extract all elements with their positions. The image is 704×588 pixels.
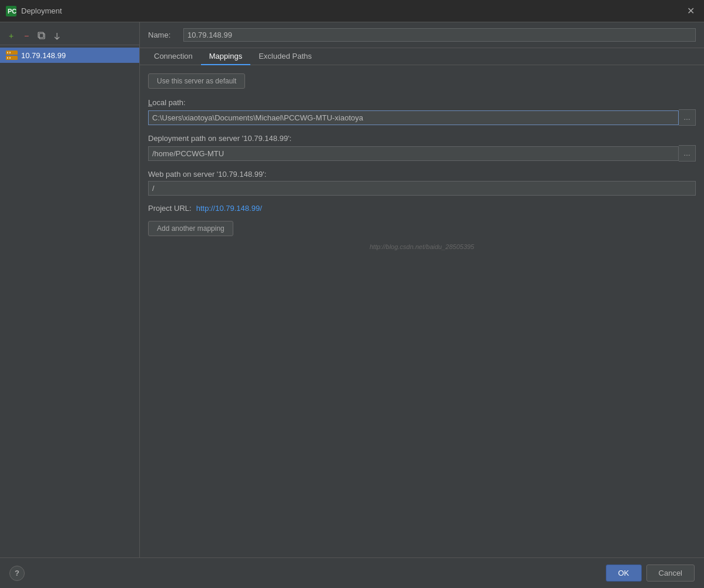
local-path-label-text: Local path: [148,98,186,107]
window-title: Deployment [21,6,683,15]
deployment-path-row: … [148,145,696,162]
app-icon: PC [6,6,16,16]
move-icon [53,32,61,40]
project-url-link[interactable]: http://10.79.148.99/ [196,204,262,213]
use-default-button[interactable]: Use this server as default [148,73,245,89]
local-path-row: … [148,109,696,126]
web-path-input[interactable] [148,181,696,196]
titlebar: PC Deployment ✕ [0,0,704,22]
server-name-label: 10.79.148.99 [21,51,66,60]
svg-rect-6 [9,52,11,53]
move-server-button[interactable] [51,29,63,42]
remove-server-button[interactable]: − [20,29,33,42]
cancel-button[interactable]: Cancel [646,565,695,582]
content-area: Name: Connection Mappings Excluded Paths… [140,22,704,557]
sidebar-toolbar: + − [0,27,139,45]
deployment-path-browse-button[interactable]: … [679,145,696,162]
main-container: + − 10.79.148 [0,22,704,557]
add-mapping-button[interactable]: Add another mapping [148,221,233,236]
project-url-row: Project URL: http://10.79.148.99/ [148,204,696,213]
svg-rect-5 [7,52,8,53]
svg-rect-9 [9,57,11,59]
tab-connection[interactable]: Connection [146,48,201,65]
svg-rect-2 [39,33,45,39]
local-path-browse-button[interactable]: … [679,109,696,126]
deployment-path-input[interactable] [148,146,679,161]
dialog-buttons: OK Cancel [606,565,695,582]
web-path-group: Web path on server '10.79.148.99': [148,170,696,196]
local-path-input[interactable] [148,110,679,125]
close-button[interactable]: ✕ [683,4,698,18]
tabs-bar: Connection Mappings Excluded Paths [140,48,704,65]
local-path-group: Local path: … [148,98,696,126]
name-row: Name: [140,22,704,48]
tab-content-mappings: Use this server as default Local path: …… [140,65,704,557]
watermark-text: http://blog.csdn.net/baidu_28505395 [148,243,696,250]
bottom-bar: ? OK Cancel [0,557,704,588]
tab-mappings[interactable]: Mappings [201,48,250,65]
sidebar: + − 10.79.148 [0,22,140,557]
deployment-path-label: Deployment path on server '10.79.148.99'… [148,134,696,143]
sidebar-item-server[interactable]: 10.79.148.99 [0,48,139,63]
project-url-label: Project URL: [148,204,192,213]
web-path-row [148,181,696,196]
copy-icon [38,32,46,40]
svg-rect-8 [7,57,8,59]
svg-rect-3 [38,32,43,38]
deployment-path-group: Deployment path on server '10.79.148.99'… [148,134,696,162]
name-label: Name: [148,31,177,39]
server-icon [6,51,18,60]
tab-excluded-paths[interactable]: Excluded Paths [250,48,320,65]
svg-text:PC: PC [8,8,16,15]
add-server-button[interactable]: + [5,29,18,42]
web-path-label: Web path on server '10.79.148.99': [148,170,696,179]
local-path-label: Local path: [148,98,696,107]
name-input[interactable] [183,28,696,42]
ok-button[interactable]: OK [606,565,642,582]
help-button[interactable]: ? [9,566,25,581]
copy-server-button[interactable] [35,29,48,42]
